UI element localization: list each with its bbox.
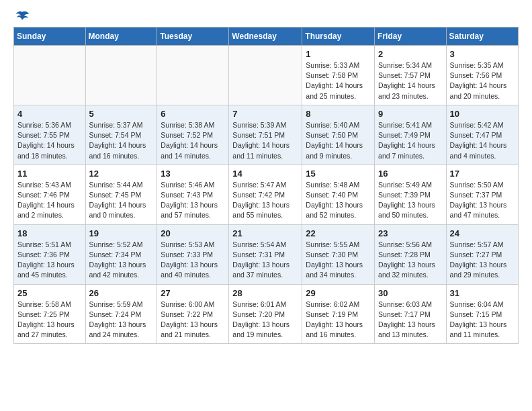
calendar-cell: 31Sunrise: 6:04 AMSunset: 7:15 PMDayligh… (446, 284, 518, 344)
calendar-cell: 26Sunrise: 5:59 AMSunset: 7:24 PMDayligh… (85, 284, 157, 344)
day-header-monday: Monday (85, 28, 157, 46)
day-number: 8 (306, 109, 371, 119)
day-number: 4 (17, 109, 82, 119)
day-number: 15 (306, 169, 371, 179)
calendar-cell: 20Sunrise: 5:53 AMSunset: 7:33 PMDayligh… (157, 224, 229, 284)
day-header-saturday: Saturday (446, 28, 518, 46)
calendar-cell: 24Sunrise: 5:57 AMSunset: 7:27 PMDayligh… (446, 224, 518, 284)
calendar-cell: 21Sunrise: 5:54 AMSunset: 7:31 PMDayligh… (229, 224, 302, 284)
day-number: 7 (232, 109, 298, 119)
day-number: 20 (161, 228, 225, 238)
header (13, 11, 519, 21)
day-info: Sunrise: 6:04 AMSunset: 7:15 PMDaylight:… (450, 300, 515, 340)
day-number: 2 (378, 49, 443, 59)
day-info: Sunrise: 5:37 AMSunset: 7:54 PMDaylight:… (89, 120, 154, 161)
day-info: Sunrise: 5:44 AMSunset: 7:45 PMDaylight:… (89, 180, 154, 221)
calendar-cell (229, 46, 302, 105)
day-number: 31 (450, 288, 515, 298)
day-header-friday: Friday (375, 28, 447, 46)
day-info: Sunrise: 5:38 AMSunset: 7:52 PMDaylight:… (161, 120, 225, 161)
calendar-cell: 25Sunrise: 5:58 AMSunset: 7:25 PMDayligh… (14, 284, 86, 344)
day-info: Sunrise: 6:03 AMSunset: 7:17 PMDaylight:… (378, 300, 443, 340)
day-number: 12 (89, 169, 154, 179)
day-number: 27 (161, 288, 225, 298)
day-number: 29 (306, 288, 371, 298)
day-info: Sunrise: 5:48 AMSunset: 7:40 PMDaylight:… (306, 180, 371, 221)
calendar-cell (85, 46, 157, 105)
calendar-cell: 4Sunrise: 5:36 AMSunset: 7:55 PMDaylight… (14, 105, 86, 165)
day-info: Sunrise: 5:42 AMSunset: 7:47 PMDaylight:… (450, 120, 515, 161)
day-number: 6 (161, 109, 225, 119)
day-number: 1 (306, 49, 371, 59)
day-number: 9 (378, 109, 443, 119)
day-info: Sunrise: 5:53 AMSunset: 7:33 PMDaylight:… (161, 240, 225, 281)
day-number: 23 (378, 228, 443, 238)
calendar-cell: 15Sunrise: 5:48 AMSunset: 7:40 PMDayligh… (302, 165, 375, 224)
day-header-wednesday: Wednesday (229, 28, 302, 46)
day-info: Sunrise: 6:02 AMSunset: 7:19 PMDaylight:… (306, 300, 371, 340)
day-number: 10 (450, 109, 515, 119)
calendar-cell: 22Sunrise: 5:55 AMSunset: 7:30 PMDayligh… (302, 224, 375, 284)
calendar-cell: 17Sunrise: 5:50 AMSunset: 7:37 PMDayligh… (446, 165, 518, 224)
day-number: 26 (89, 288, 154, 298)
day-number: 25 (17, 288, 82, 298)
calendar-cell: 5Sunrise: 5:37 AMSunset: 7:54 PMDaylight… (85, 105, 157, 165)
day-info: Sunrise: 5:56 AMSunset: 7:28 PMDaylight:… (378, 240, 443, 281)
day-number: 16 (378, 169, 443, 179)
day-number: 17 (450, 169, 515, 179)
day-header-sunday: Sunday (14, 28, 86, 46)
day-info: Sunrise: 5:55 AMSunset: 7:30 PMDaylight:… (306, 240, 371, 281)
day-info: Sunrise: 5:54 AMSunset: 7:31 PMDaylight:… (232, 240, 298, 281)
day-number: 22 (306, 228, 371, 238)
day-number: 21 (232, 228, 298, 238)
calendar-cell (14, 46, 86, 105)
calendar-table: SundayMondayTuesdayWednesdayThursdayFrid… (13, 27, 519, 344)
day-info: Sunrise: 5:47 AMSunset: 7:42 PMDaylight:… (232, 180, 298, 221)
calendar-cell: 28Sunrise: 6:01 AMSunset: 7:20 PMDayligh… (229, 284, 302, 344)
day-info: Sunrise: 5:51 AMSunset: 7:36 PMDaylight:… (17, 240, 82, 281)
day-info: Sunrise: 5:40 AMSunset: 7:50 PMDaylight:… (306, 120, 371, 161)
calendar-cell: 3Sunrise: 5:35 AMSunset: 7:56 PMDaylight… (446, 46, 518, 105)
day-number: 28 (232, 288, 298, 298)
day-number: 24 (450, 228, 515, 238)
calendar-cell: 9Sunrise: 5:41 AMSunset: 7:49 PMDaylight… (375, 105, 447, 165)
calendar-cell (157, 46, 229, 105)
calendar-cell: 8Sunrise: 5:40 AMSunset: 7:50 PMDaylight… (302, 105, 375, 165)
day-info: Sunrise: 5:58 AMSunset: 7:25 PMDaylight:… (17, 300, 82, 340)
logo-bird-icon (15, 11, 30, 24)
logo (13, 11, 30, 21)
calendar-cell: 10Sunrise: 5:42 AMSunset: 7:47 PMDayligh… (446, 105, 518, 165)
calendar-cell: 11Sunrise: 5:43 AMSunset: 7:46 PMDayligh… (14, 165, 86, 224)
calendar-cell: 18Sunrise: 5:51 AMSunset: 7:36 PMDayligh… (14, 224, 86, 284)
day-number: 18 (17, 228, 82, 238)
day-info: Sunrise: 6:01 AMSunset: 7:20 PMDaylight:… (232, 300, 298, 340)
day-number: 19 (89, 228, 154, 238)
calendar-cell: 27Sunrise: 6:00 AMSunset: 7:22 PMDayligh… (157, 284, 229, 344)
day-info: Sunrise: 5:52 AMSunset: 7:34 PMDaylight:… (89, 240, 154, 281)
day-info: Sunrise: 5:57 AMSunset: 7:27 PMDaylight:… (450, 240, 515, 281)
day-info: Sunrise: 5:36 AMSunset: 7:55 PMDaylight:… (17, 120, 82, 161)
day-info: Sunrise: 6:00 AMSunset: 7:22 PMDaylight:… (161, 300, 225, 340)
calendar-cell: 16Sunrise: 5:49 AMSunset: 7:39 PMDayligh… (375, 165, 447, 224)
day-info: Sunrise: 5:34 AMSunset: 7:57 PMDaylight:… (378, 60, 443, 101)
calendar-cell: 14Sunrise: 5:47 AMSunset: 7:42 PMDayligh… (229, 165, 302, 224)
day-header-thursday: Thursday (302, 28, 375, 46)
day-header-tuesday: Tuesday (157, 28, 229, 46)
day-number: 3 (450, 49, 515, 59)
day-number: 11 (17, 169, 82, 179)
calendar-cell: 7Sunrise: 5:39 AMSunset: 7:51 PMDaylight… (229, 105, 302, 165)
day-number: 14 (232, 169, 298, 179)
calendar-cell: 1Sunrise: 5:33 AMSunset: 7:58 PMDaylight… (302, 46, 375, 105)
day-number: 5 (89, 109, 154, 119)
day-info: Sunrise: 5:46 AMSunset: 7:43 PMDaylight:… (161, 180, 225, 221)
day-info: Sunrise: 5:49 AMSunset: 7:39 PMDaylight:… (378, 180, 443, 221)
day-info: Sunrise: 5:41 AMSunset: 7:49 PMDaylight:… (378, 120, 443, 161)
day-info: Sunrise: 5:33 AMSunset: 7:58 PMDaylight:… (306, 60, 371, 101)
day-info: Sunrise: 5:50 AMSunset: 7:37 PMDaylight:… (450, 180, 515, 221)
day-info: Sunrise: 5:35 AMSunset: 7:56 PMDaylight:… (450, 60, 515, 101)
day-info: Sunrise: 5:39 AMSunset: 7:51 PMDaylight:… (232, 120, 298, 161)
calendar-cell: 12Sunrise: 5:44 AMSunset: 7:45 PMDayligh… (85, 165, 157, 224)
calendar-cell: 13Sunrise: 5:46 AMSunset: 7:43 PMDayligh… (157, 165, 229, 224)
day-number: 30 (378, 288, 443, 298)
calendar-cell: 2Sunrise: 5:34 AMSunset: 7:57 PMDaylight… (375, 46, 447, 105)
